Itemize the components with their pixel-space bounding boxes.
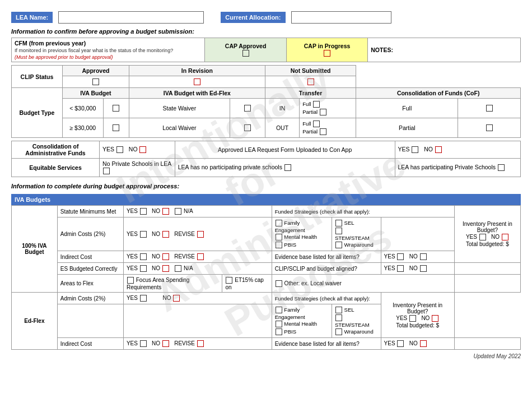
lea-name-input[interactable] bbox=[58, 11, 204, 24]
indirect-no-ef-cb[interactable] bbox=[162, 340, 169, 347]
other-cb[interactable] bbox=[276, 280, 282, 287]
es-yes-100-cb[interactable] bbox=[140, 265, 147, 272]
current-allocation-input[interactable] bbox=[291, 11, 391, 24]
consolidation-no2-checkbox[interactable] bbox=[435, 146, 442, 153]
fam-eng-ef[interactable] bbox=[276, 307, 282, 313]
total-budgeted-100: Total budgeted: $ bbox=[458, 241, 517, 247]
statute-na: N/A bbox=[184, 208, 193, 214]
wrap-100[interactable] bbox=[335, 242, 342, 248]
ev-yes-100: YES bbox=[384, 253, 395, 260]
no-private-schools: No Private Schools in LEA bbox=[102, 160, 171, 167]
admin-no-ef-cb[interactable] bbox=[173, 295, 180, 302]
clip-budget-table: CLIP Status Approved In Revision Not Sub… bbox=[11, 65, 521, 138]
sel-ef[interactable] bbox=[335, 307, 342, 313]
ev-yes-ef-cb[interactable] bbox=[397, 340, 404, 347]
indirect-cost-100: Indirect Cost bbox=[57, 251, 123, 263]
clip-status-label: CLIP Status bbox=[12, 66, 63, 88]
stem-ef[interactable] bbox=[335, 314, 342, 321]
partial-out-checkbox[interactable] bbox=[320, 128, 326, 135]
funded-strategies-label: Funded Strategies (check all that apply)… bbox=[272, 206, 454, 217]
consolidation-no-checkbox[interactable] bbox=[139, 146, 146, 153]
local-waiver: Local Waiver bbox=[129, 118, 230, 138]
cof-full-label: Full bbox=[356, 99, 458, 118]
cof-partial-label: Partial bbox=[356, 118, 458, 138]
admin-no-100-checkbox[interactable] bbox=[162, 231, 169, 238]
indirect-no-100-cb[interactable] bbox=[162, 253, 169, 260]
no-private-schools-checkbox[interactable] bbox=[103, 168, 110, 174]
mental-health-ef[interactable] bbox=[276, 321, 282, 327]
indirect-yes-100: YES bbox=[127, 253, 138, 260]
iva-budget-header: IVA Budget bbox=[62, 88, 129, 99]
es-no-100-cb[interactable] bbox=[162, 265, 169, 272]
state-waiver-checkbox[interactable] bbox=[244, 105, 251, 112]
current-allocation-label: Current Allocation: bbox=[221, 12, 285, 23]
clip-no-100-cb[interactable] bbox=[420, 265, 427, 272]
stem-100[interactable] bbox=[335, 228, 342, 234]
inv-yes-100-checkbox[interactable] bbox=[479, 234, 486, 240]
admin-revise-100: REVISE bbox=[174, 231, 195, 237]
clip-not-submitted-checkbox[interactable] bbox=[307, 78, 314, 85]
clip-yes-100-cb[interactable] bbox=[397, 265, 404, 272]
local-waiver-checkbox[interactable] bbox=[244, 124, 251, 131]
updated-note: Updated May 2022 bbox=[11, 353, 521, 359]
et15-cb[interactable] bbox=[226, 277, 232, 284]
cfm-label: CFM (from previous year) bbox=[15, 40, 86, 47]
indirect-yes-100-cb[interactable] bbox=[140, 253, 147, 260]
full-in-checkbox[interactable] bbox=[313, 101, 320, 108]
inv-yes-ef: YES bbox=[396, 315, 407, 321]
ed-flex-label: Ed-Flex bbox=[12, 293, 58, 350]
consolidation-yes-checkbox[interactable] bbox=[116, 146, 123, 153]
statute-no-checkbox[interactable] bbox=[162, 208, 169, 215]
cof-full-checkbox[interactable] bbox=[486, 105, 493, 112]
indirect-revise-ef-cb[interactable] bbox=[197, 340, 204, 347]
wrap-ef[interactable] bbox=[335, 328, 342, 335]
consolidation-label: Consolidation ofAdministrative Funds bbox=[12, 141, 100, 159]
admin-costs-100-label: Admin Costs (2%) bbox=[57, 217, 123, 251]
es-na-100-prefix[interactable] bbox=[175, 265, 181, 272]
indirect-revise-100-cb[interactable] bbox=[197, 253, 204, 260]
inv-no-100-checkbox[interactable] bbox=[502, 234, 508, 240]
inv-no-ef-cb[interactable] bbox=[432, 315, 438, 322]
admin-revise-100-checkbox[interactable] bbox=[197, 231, 204, 238]
partial-in-checkbox[interactable] bbox=[320, 109, 326, 115]
inv-yes-ef-cb[interactable] bbox=[409, 315, 416, 322]
partial-out: Partial bbox=[302, 128, 353, 136]
ev-no-100-cb[interactable] bbox=[420, 253, 427, 260]
notes-label: NOTES: bbox=[371, 47, 393, 53]
yes-con: YES bbox=[102, 146, 114, 152]
indirect-yes-ef-cb[interactable] bbox=[140, 340, 147, 347]
header-row: LEA Name: Current Allocation: bbox=[11, 11, 521, 24]
iva-budgets-table: 100% IVA Budget Statute Minimums Met YES… bbox=[11, 205, 521, 350]
pbis-100[interactable] bbox=[276, 242, 282, 248]
ev-yes-100-cb[interactable] bbox=[397, 253, 404, 260]
cap-in-progress-checkbox[interactable] bbox=[324, 50, 330, 57]
cap-approved-checkbox[interactable] bbox=[242, 50, 249, 57]
under-30k: < $30,000 bbox=[62, 99, 103, 118]
full-out-checkbox[interactable] bbox=[313, 121, 320, 127]
clip-in-revision-checkbox[interactable] bbox=[194, 78, 200, 85]
gte-30k-checkbox[interactable] bbox=[113, 124, 119, 131]
clip-approved-checkbox[interactable] bbox=[92, 78, 99, 85]
total-budgeted-ef: Total budgeted: $ bbox=[384, 322, 451, 328]
has-participating-checkbox[interactable] bbox=[498, 164, 505, 171]
admin-yes-100-checkbox[interactable] bbox=[140, 231, 147, 238]
pbis-ef[interactable] bbox=[276, 328, 282, 335]
consolidation-yes2-checkbox[interactable] bbox=[412, 146, 418, 153]
focus-area-cb[interactable] bbox=[127, 277, 134, 284]
mental-health-100[interactable] bbox=[276, 234, 282, 240]
budget-type-label: Budget Type bbox=[12, 88, 63, 138]
section2-title: Information to complete during budget ap… bbox=[11, 183, 521, 189]
cof-partial-checkbox[interactable] bbox=[486, 124, 493, 131]
admin-yes-ef-cb[interactable] bbox=[140, 295, 147, 302]
inv-no-ef: NO bbox=[421, 315, 430, 321]
sel-100[interactable] bbox=[335, 220, 342, 226]
statute-yes-checkbox[interactable] bbox=[140, 208, 147, 215]
cof-header: Consolidation of Funds (CoF) bbox=[356, 88, 521, 99]
under-30k-checkbox[interactable] bbox=[113, 105, 119, 112]
full-out: Full bbox=[302, 120, 353, 128]
fam-eng-100[interactable] bbox=[276, 220, 282, 226]
ev-no-ef-cb[interactable] bbox=[420, 340, 427, 347]
no-participating-checkbox[interactable] bbox=[284, 164, 291, 171]
iva-budgets-header: IVA Budgets bbox=[11, 194, 521, 205]
statute-na-prefix[interactable] bbox=[175, 208, 181, 215]
